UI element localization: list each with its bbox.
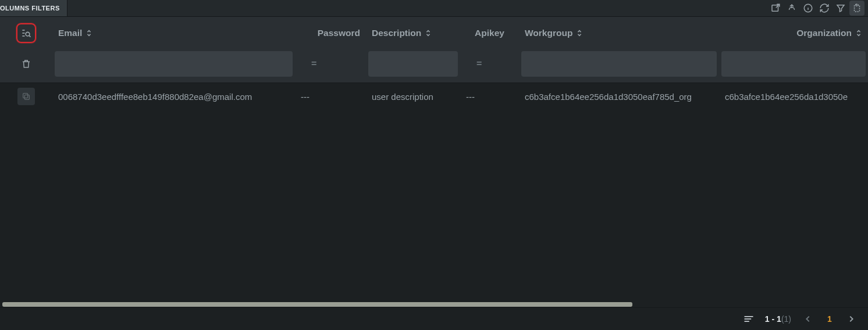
upload-icon[interactable] (784, 1, 799, 16)
topbar-actions (768, 0, 868, 16)
svg-rect-5 (24, 95, 29, 99)
cell-organization: c6b3afce1b64ee256da1d3050e (719, 92, 868, 102)
total-text: (1) (781, 314, 791, 324)
data-grid: Email Password Description Apikey Workgr… (0, 17, 868, 110)
cell-email: 0068740d3eedfffee8eb149f880d82ea@gmail.c… (52, 92, 295, 102)
filter-workgroup: = (519, 49, 719, 78)
copy-row-button[interactable] (17, 88, 35, 105)
header-actions (0, 17, 52, 49)
table-area: Email Password Description Apikey Workgr… (0, 17, 868, 307)
tab-label: OLUMNS FILTERS (0, 5, 60, 12)
header-description[interactable]: Description (366, 17, 460, 49)
page-number[interactable]: 1 (825, 314, 834, 324)
equals-icon: = (297, 59, 316, 69)
header-email[interactable]: Email (52, 17, 295, 49)
filter-input-email[interactable] (55, 51, 293, 77)
header-label: Organization (796, 28, 852, 38)
scrollbar-track (2, 302, 866, 307)
pagination-range: 1 - 1(1) (765, 314, 791, 324)
cell-text: --- (466, 92, 475, 102)
header-label: Apikey (475, 28, 504, 38)
cell-workgroup: c6b3afce1b64ee256da1d3050eaf785d_org (519, 92, 719, 102)
row-actions (0, 88, 52, 105)
svg-rect-3 (856, 4, 859, 6)
header-label: Workgroup (525, 28, 572, 38)
header-workgroup[interactable]: Workgroup (519, 17, 719, 49)
filter-description: = (366, 49, 460, 78)
filter-input-workgroup[interactable] (521, 51, 717, 77)
filter-apikey: = (460, 49, 519, 78)
topbar: OLUMNS FILTERS (0, 0, 868, 17)
info-icon[interactable] (801, 1, 816, 16)
filter-organization: = (719, 49, 868, 78)
equals-icon: = (463, 59, 482, 69)
filter-email: = (52, 49, 295, 78)
list-search-button[interactable] (16, 23, 36, 43)
svg-point-4 (26, 32, 30, 36)
header-password: Password (295, 17, 366, 49)
scrollbar-thumb[interactable] (2, 302, 632, 307)
cell-text: c6b3afce1b64ee256da1d3050eaf785d_org (525, 92, 692, 102)
sort-icon (855, 29, 862, 37)
header-apikey: Apikey (460, 17, 519, 49)
cell-text: user description (372, 92, 433, 102)
cell-password: --- (295, 92, 366, 102)
cell-text: --- (301, 92, 310, 102)
tab-columns-filters[interactable]: OLUMNS FILTERS (0, 0, 67, 16)
sort-icon (425, 29, 432, 37)
filter-icon[interactable] (833, 1, 848, 16)
horizontal-scrollbar[interactable] (2, 302, 866, 307)
filter-row: = = = = = (0, 49, 868, 83)
svg-rect-6 (23, 94, 28, 98)
topbar-left: OLUMNS FILTERS (0, 0, 67, 16)
filter-input-description[interactable] (368, 51, 458, 77)
sort-icon (576, 29, 583, 37)
density-icon[interactable] (743, 315, 755, 323)
cell-apikey: --- (460, 92, 519, 102)
header-label: Password (318, 28, 360, 38)
header-label: Description (372, 28, 421, 38)
export-icon[interactable] (768, 1, 783, 16)
header-row: Email Password Description Apikey Workgr… (0, 17, 868, 49)
clipboard-icon[interactable] (849, 1, 865, 16)
refresh-icon[interactable] (817, 1, 832, 16)
range-text: 1 - 1 (765, 314, 781, 324)
prev-page-button[interactable] (802, 313, 814, 325)
cell-text: 0068740d3eedfffee8eb149f880d82ea@gmail.c… (58, 92, 252, 102)
clear-filters-button[interactable] (17, 55, 35, 73)
pagination-footer: 1 - 1(1) 1 (0, 307, 868, 329)
sort-icon (86, 29, 93, 37)
table-row[interactable]: 0068740d3eedfffee8eb149f880d82ea@gmail.c… (0, 83, 868, 110)
filter-input-organization[interactable] (721, 51, 866, 77)
next-page-button[interactable] (845, 313, 858, 325)
cell-description: user description (366, 92, 460, 102)
filter-password: = (295, 49, 366, 78)
header-label: Email (58, 28, 82, 38)
header-organization[interactable]: Organization (719, 17, 868, 49)
cell-text: c6b3afce1b64ee256da1d3050e (725, 92, 848, 102)
filter-actions (0, 49, 52, 78)
